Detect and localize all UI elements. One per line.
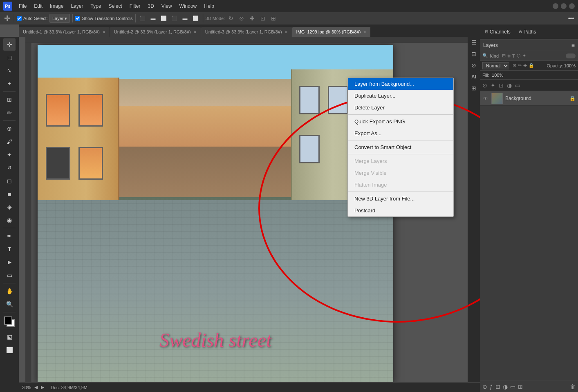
tab-untitled3-close[interactable]: ✕	[285, 30, 288, 34]
zoom-tool[interactable]: 🔍	[3, 298, 16, 310]
fill-value[interactable]: 100%	[492, 73, 503, 78]
menu-select[interactable]: Select	[105, 2, 125, 11]
lock-transparent-icon[interactable]: ⊡	[513, 63, 516, 68]
3d-slide-icon[interactable]: ⊡	[258, 14, 267, 23]
paths-btn[interactable]: ⊘ Paths	[516, 28, 539, 36]
layer-link-icon[interactable]: ⊙	[482, 82, 487, 89]
menu-help[interactable]: Help	[201, 2, 217, 11]
layer-group-icon[interactable]: ▭	[515, 82, 520, 89]
quick-mask-tool[interactable]: ⬕	[3, 331, 16, 343]
layer-style-icon[interactable]: ✦	[491, 82, 495, 89]
filter-smart-icon[interactable]: ✦	[522, 53, 526, 58]
select-tool[interactable]: ⬚	[3, 51, 16, 64]
filter-text-icon[interactable]: T	[512, 53, 515, 58]
gradient-tool[interactable]: ◼	[3, 188, 16, 200]
menu-file[interactable]: File	[16, 2, 30, 11]
auto-select-checkbox[interactable]	[17, 16, 22, 21]
tab-img1299-close[interactable]: ✕	[363, 30, 366, 34]
layer-background[interactable]: 👁 Background 🔒	[480, 91, 578, 106]
grid-icon-btn[interactable]: ⊞	[469, 83, 479, 93]
ctx-postcard[interactable]: Postcard	[348, 205, 453, 216]
layers-menu-icon[interactable]: ≡	[571, 42, 575, 49]
ctx-delete-layer[interactable]: Delete Layer	[348, 102, 453, 114]
healing-brush-tool[interactable]: ⊕	[3, 122, 16, 135]
tab-untitled2[interactable]: Untitled-2 @ 33.3% (Layer 1, RGB/8#) ✕	[110, 27, 201, 37]
ctx-layer-from-bg[interactable]: Layer from Background...	[348, 78, 453, 90]
new-group-btn[interactable]: ▭	[510, 383, 515, 390]
align-center-icon[interactable]: ▬	[149, 14, 158, 23]
channels-icon-btn[interactable]: ⊟	[469, 49, 479, 59]
ctx-convert-smart-object[interactable]: Convert to Smart Object	[348, 141, 453, 153]
tab-untitled3[interactable]: Untitled-3 @ 33.3% (Layer 1, RGB/8#) ✕	[201, 27, 292, 37]
filter-type-icon[interactable]: ⊟	[502, 53, 506, 58]
ctx-export-as[interactable]: Export As...	[348, 127, 453, 139]
auto-select-dropdown[interactable]: Layer ▾	[49, 14, 70, 23]
maximize-button[interactable]	[561, 3, 567, 9]
filter-adj-icon[interactable]: ◈	[507, 53, 511, 58]
align-left-icon[interactable]: ⬛	[138, 14, 147, 23]
menu-window[interactable]: Window	[176, 2, 200, 11]
brush-tool[interactable]: 🖌	[3, 136, 16, 148]
shape-tool[interactable]: ▭	[3, 269, 16, 281]
lock-position-icon[interactable]: ✚	[523, 63, 527, 68]
menu-layer[interactable]: Layer	[67, 2, 86, 11]
layer-visibility-eye[interactable]: 👁	[482, 95, 489, 102]
tab-untitled2-close[interactable]: ✕	[193, 30, 197, 34]
delete-layer-btn[interactable]: 🗑	[570, 383, 576, 390]
eraser-tool[interactable]: ◻	[3, 175, 16, 187]
menu-3d[interactable]: 3D	[144, 2, 157, 11]
screen-mode-tool[interactable]: ⬜	[3, 344, 16, 356]
ctx-merge-visible[interactable]: Merge Visible	[348, 167, 453, 179]
pen-tool[interactable]: ✒	[3, 230, 16, 242]
layer-mask-btn[interactable]: ⊡	[495, 383, 500, 390]
lock-image-icon[interactable]: ✏	[518, 63, 522, 68]
foreground-color[interactable]	[4, 316, 12, 325]
ctx-duplicate-layer[interactable]: Duplicate Layer...	[348, 90, 453, 102]
nav-prev[interactable]: ◀	[34, 385, 38, 390]
hand-tool[interactable]: ✋	[3, 285, 16, 297]
tab-untitled1[interactable]: Untitled-1 @ 33.3% (Layer 1, RGB/8#) ✕	[19, 27, 110, 37]
menu-edit[interactable]: Edit	[31, 2, 46, 11]
layer-styles-icon[interactable]: ƒ	[490, 383, 493, 390]
show-transform-checkbox[interactable]	[75, 16, 80, 21]
history-brush-tool[interactable]: ↺	[3, 162, 16, 174]
align-top-icon[interactable]: ⬛	[170, 14, 179, 23]
layers-icon-btn[interactable]: ☰	[469, 38, 479, 47]
move-tool[interactable]: ✛	[3, 38, 16, 51]
lasso-tool[interactable]: ∿	[3, 65, 16, 77]
move-tool-icon[interactable]: ✛	[2, 14, 11, 23]
align-right-icon[interactable]: ⬜	[159, 14, 168, 23]
ctx-new-3d-layer[interactable]: New 3D Layer from File...	[348, 193, 453, 205]
clone-stamp-tool[interactable]: ✦	[3, 149, 16, 161]
ctx-quick-export[interactable]: Quick Export as PNG	[348, 116, 453, 127]
close-button[interactable]	[569, 3, 575, 9]
nav-next[interactable]: ▶	[41, 385, 44, 390]
align-bottom-icon[interactable]: ⬜	[191, 14, 200, 23]
new-layer-btn[interactable]: ⊞	[518, 383, 523, 390]
text-tool[interactable]: T	[3, 243, 16, 255]
menu-type[interactable]: Type	[87, 2, 104, 11]
minimize-button[interactable]	[553, 3, 558, 9]
path-select-tool[interactable]: ▶	[3, 256, 16, 268]
blur-tool[interactable]: ◈	[3, 201, 16, 213]
3d-roll-icon[interactable]: ⊙	[237, 14, 246, 23]
3d-pan-icon[interactable]: ✚	[248, 14, 257, 23]
filter-shape-icon[interactable]: ⬡	[517, 53, 521, 58]
3d-rotate-icon[interactable]: ↻	[226, 14, 235, 23]
channels-btn[interactable]: ⊟ Channels	[482, 28, 513, 36]
eyedropper-tool[interactable]: ✏	[3, 107, 16, 119]
layer-mask-icon[interactable]: ⊡	[499, 82, 504, 89]
menu-view[interactable]: View	[158, 2, 175, 11]
dodge-tool[interactable]: ◉	[3, 214, 16, 226]
link-layers-icon[interactable]: ⊙	[482, 383, 487, 390]
tab-img1299[interactable]: IMG_1299.jpg @ 30% (RGB/8#) ✕	[292, 27, 371, 37]
lock-all-icon[interactable]: 🔒	[529, 63, 534, 68]
blend-mode-select[interactable]: Normal	[482, 62, 509, 69]
magic-wand-tool[interactable]: ✦	[3, 78, 16, 90]
tab-untitled1-close[interactable]: ✕	[102, 30, 105, 34]
opacity-value[interactable]: 100%	[564, 63, 576, 68]
paths-icon-btn[interactable]: ⊘	[469, 60, 479, 70]
menu-image[interactable]: Image	[47, 2, 67, 11]
crop-tool[interactable]: ⊞	[3, 94, 16, 106]
layer-adj-icon[interactable]: ◑	[507, 82, 512, 89]
